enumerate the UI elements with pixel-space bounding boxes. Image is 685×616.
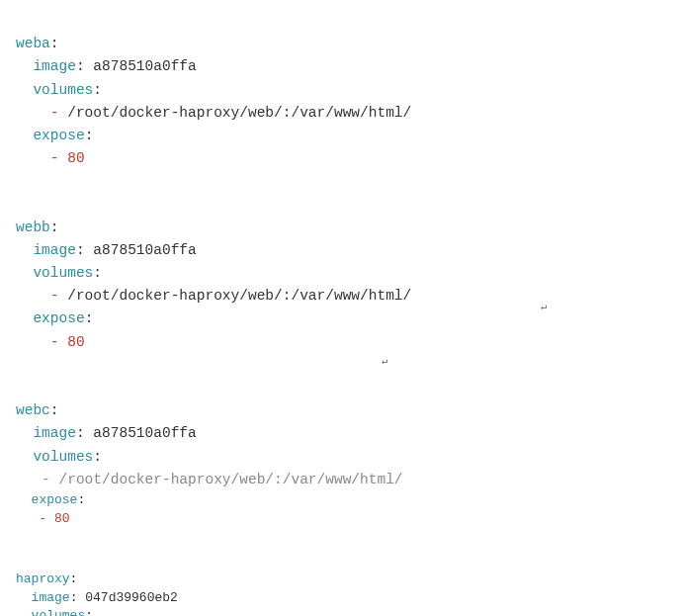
service-name: webc [16,402,50,418]
image-value: 047d39960eb2 [85,590,178,605]
service-name: webb [16,220,50,235]
expose-key: expose [33,128,84,143]
expose-port: 80 [54,511,70,526]
image-value: a878510a0ffa [93,242,196,258]
expose-key: expose [33,310,84,326]
volume-path: /root/docker-haproxy/web/:/var/www/html/ [59,472,403,487]
volumes-key: volumes [33,82,93,98]
volumes-key: volumes [33,265,93,281]
service-webb: webb: image: a878510a0ffa volumes: - /ro… [16,194,669,354]
volumes-key: volumes [33,449,93,465]
service-webc-expose: expose: - 80 [16,491,669,529]
return-glyph-icon: ↵ [382,354,387,370]
expose-key: expose [32,492,78,507]
image-value: a878510a0ffa [93,58,196,74]
expose-port: 80 [67,334,84,350]
image-key: image [33,242,76,258]
service-name: haproxy [16,572,70,586]
volume-path: /root/docker-haproxy/web/:/var/www/html/ [67,288,411,304]
service-webc: webc: image: a878510a0ffa volumes: - /ro… [16,377,669,491]
volume-path: /root/docker-haproxy/web/:/var/www/html/ [67,105,411,121]
service-weba: weba: image: a878510a0ffa volumes: - /ro… [16,10,669,170]
service-name: weba [16,36,50,51]
expose-port: 80 [67,150,84,166]
volumes-key: volumes [32,608,86,616]
image-value: a878510a0ffa [93,425,196,441]
image-key: image [33,425,76,441]
image-key: image [33,58,76,74]
service-haproxy: haproxy: image: 047d39960eb2 volumes: - … [16,552,669,616]
image-key: image [32,590,70,605]
